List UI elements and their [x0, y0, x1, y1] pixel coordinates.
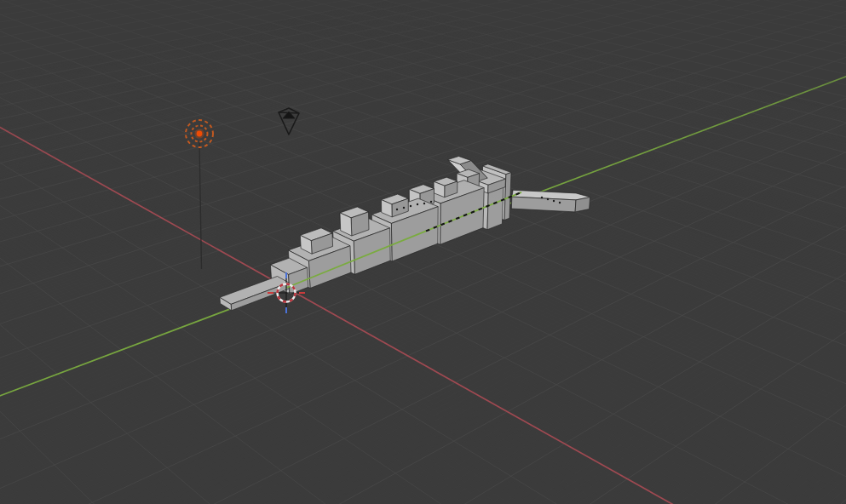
light-core [197, 131, 203, 137]
stipple-dot [553, 200, 555, 202]
stipple-dot [547, 198, 549, 200]
floor-grid [0, 0, 846, 504]
stipple-dot [417, 203, 418, 205]
stipple-dot [430, 201, 432, 203]
mesh-face [575, 198, 590, 212]
stipple-dot [396, 209, 398, 210]
stipple-dot [423, 203, 425, 204]
3d-viewport[interactable] [0, 0, 846, 504]
viewport-canvas[interactable] [0, 0, 846, 504]
stipple-dot [559, 202, 561, 203]
stipple-dot [541, 197, 543, 198]
stipple-dot [410, 205, 411, 207]
stipple-dot [403, 207, 405, 209]
